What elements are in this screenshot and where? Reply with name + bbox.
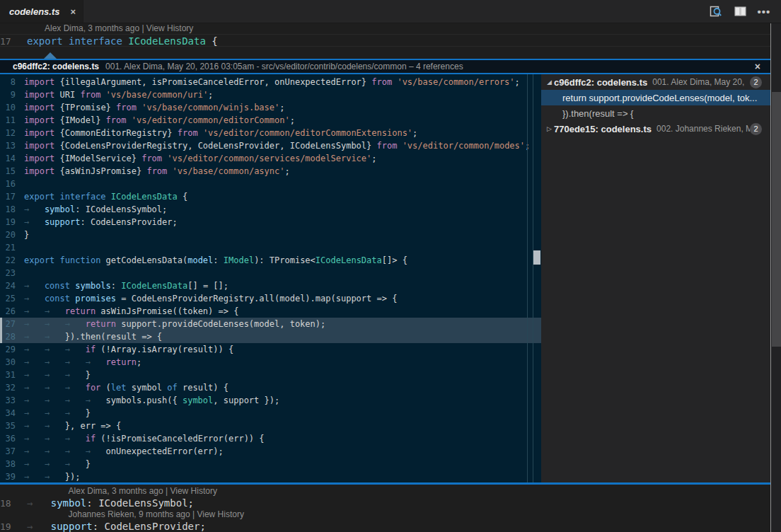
tab-whitespace-arrow: → xyxy=(24,394,45,407)
code-line[interactable]: 32→→→for (let symbol of result) { xyxy=(0,381,541,394)
editor-vertical-scrollbar[interactable] xyxy=(770,23,781,532)
code-line[interactable]: 33→→→→symbols.push({ symbol, support }); xyxy=(0,394,541,407)
tab-title: codelens.ts xyxy=(9,6,66,17)
code-line[interactable]: 25→const promises = CodeLensProviderRegi… xyxy=(0,292,541,305)
codelens-annotation[interactable]: Alex Dima, 3 months ago | View History xyxy=(0,486,770,497)
code-line[interactable]: 12import {CommonEditorRegistry} from 'vs… xyxy=(0,127,541,139)
line-number: 23 xyxy=(0,267,24,279)
line-number: 22 xyxy=(0,254,24,267)
code-line[interactable]: 38→→→} xyxy=(0,458,541,470)
tree-reference-row[interactable]: return support.provideCodeLenses(model, … xyxy=(541,90,770,105)
line-number: 33 xyxy=(0,394,24,407)
line-number: 26 xyxy=(0,305,24,318)
code-text: export function getCodeLensData(model: I… xyxy=(24,255,407,265)
file-label: 770ede15: codelens.ts xyxy=(554,124,652,134)
code-line[interactable]: 8import {illegalArgument, isPromiseCance… xyxy=(0,76,541,88)
file-label: c96dffc2: codelens.ts xyxy=(554,77,647,88)
reference-count-badge: 2 xyxy=(750,123,762,135)
scrollbar-thumb[interactable] xyxy=(772,92,781,347)
code-line[interactable]: 23 xyxy=(0,267,541,279)
tab-whitespace-arrow: → xyxy=(65,445,86,458)
code-line[interactable]: 14import {IModelService} from 'vs/editor… xyxy=(0,152,541,165)
code-line[interactable]: 19→support: CodeLensProvider; xyxy=(0,520,770,532)
code-line[interactable]: 17export interface ICodeLensData { xyxy=(0,190,541,203)
tab-whitespace-arrow: → xyxy=(45,369,65,381)
code-line[interactable]: 36→→→if (!isPromiseCanceledError(err)) { xyxy=(0,432,541,445)
code-line[interactable]: 29→→→if (!Array.isArray(result)) { xyxy=(0,343,541,356)
line-number: 25 xyxy=(0,292,24,305)
line-number: 17 xyxy=(0,190,24,203)
tab-whitespace-arrow: → xyxy=(24,318,45,330)
code-text: export interface ICodeLensData { xyxy=(24,192,187,202)
code-line[interactable]: 22export function getCodeLensData(model:… xyxy=(0,254,541,267)
reference-preview-text: }).then(result => { xyxy=(562,108,762,119)
tab-whitespace-arrow: → xyxy=(24,330,45,343)
code-text: import URI from 'vs/base/common/uri'; xyxy=(24,90,213,100)
tab-whitespace-arrow: → xyxy=(45,343,65,356)
peek-close-icon[interactable]: × xyxy=(755,61,760,72)
code-line[interactable]: 26→→return asWinJsPromise((token) => { xyxy=(0,305,541,318)
code-line[interactable]: 30→→→→return; xyxy=(0,356,541,369)
split-editor-icon[interactable] xyxy=(733,4,747,18)
code-line[interactable]: 17export interface ICodeLensData { xyxy=(0,34,770,47)
reference-preview-text: return support.provideCodeLenses(model, … xyxy=(562,93,762,103)
peek-references-widget: c96dffc2: codelens.ts 001. Alex Dima, Ma… xyxy=(0,59,770,485)
code-line[interactable]: 28→→}).then(result => { xyxy=(0,330,541,343)
code-line[interactable]: 21 xyxy=(0,241,541,254)
tab-whitespace-arrow: → xyxy=(27,497,51,509)
tab-whitespace-arrow: → xyxy=(45,432,65,445)
code-line[interactable]: 18→symbol: ICodeLensSymbol; xyxy=(0,203,541,216)
tab-codelens-ts[interactable]: codelens.ts × xyxy=(0,0,83,23)
tree-reference-row[interactable]: }).then(result => { xyxy=(541,105,770,121)
code-line[interactable]: 10import {TPromise} from 'vs/base/common… xyxy=(0,101,541,114)
line-number: 18 xyxy=(0,497,27,510)
peek-anchor-arrow xyxy=(44,52,57,59)
tab-whitespace-arrow: → xyxy=(24,203,45,216)
tab-whitespace-arrow: → xyxy=(45,305,65,318)
twisty-expanded-icon[interactable]: ◢ xyxy=(545,79,554,86)
peek-editor-scrollbar-thumb[interactable] xyxy=(533,250,540,265)
code-line[interactable]: 20} xyxy=(0,229,541,241)
code-line[interactable]: 9import URI from 'vs/base/common/uri'; xyxy=(0,88,541,101)
tab-whitespace-arrow: → xyxy=(45,381,65,394)
tree-file-row[interactable]: ▷770ede15: codelens.ts002. Johannes Riek… xyxy=(541,121,770,137)
code-line[interactable]: 13import {CodeLensProviderRegistry, Code… xyxy=(0,139,541,152)
code-line[interactable]: 37→→→→onUnexpectedError(err); xyxy=(0,445,541,458)
code-line[interactable]: 39→→}); xyxy=(0,470,541,482)
code-text: export interface ICodeLensData { xyxy=(27,35,218,47)
code-line[interactable]: 27→→→return support.provideCodeLenses(mo… xyxy=(0,318,541,330)
code-text: } xyxy=(24,230,29,240)
peek-body: 8import {illegalArgument, isPromiseCance… xyxy=(0,74,770,482)
code-line[interactable]: 11import {IModel} from 'vs/editor/common… xyxy=(0,114,541,127)
tab-whitespace-arrow: → xyxy=(24,407,45,420)
code-line[interactable]: 16 xyxy=(0,178,541,190)
line-number: 39 xyxy=(0,470,24,482)
tab-whitespace-arrow: → xyxy=(24,279,45,292)
code-text: →symbol: ICodeLensSymbol; xyxy=(24,204,167,214)
codelens-annotation[interactable]: Johannes Rieken, 9 months ago | View His… xyxy=(0,509,770,520)
code-line[interactable]: 35→→}, err => { xyxy=(0,420,541,432)
code-line[interactable]: 19→support: CodeLensProvider; xyxy=(0,216,541,229)
tab-whitespace-arrow: → xyxy=(45,445,65,458)
line-number: 12 xyxy=(0,127,24,139)
tab-close-icon[interactable]: × xyxy=(70,6,76,17)
line-number: 37 xyxy=(0,445,24,458)
codelens-annotation[interactable]: Alex Dima, 3 months ago | View History xyxy=(0,23,770,34)
tab-whitespace-arrow: → xyxy=(65,432,86,445)
code-line[interactable]: 31→→→} xyxy=(0,369,541,381)
line-number: 31 xyxy=(0,369,24,381)
line-number: 28 xyxy=(0,330,24,343)
tab-whitespace-arrow: → xyxy=(24,420,45,432)
more-actions-icon[interactable]: ••• xyxy=(757,4,771,18)
code-line[interactable]: 15import {asWinJsPromise} from 'vs/base/… xyxy=(0,165,541,178)
tab-whitespace-arrow: → xyxy=(45,407,65,420)
code-line[interactable]: 24→const symbols: ICodeLensData[] = []; xyxy=(0,279,541,292)
code-line[interactable]: 34→→→} xyxy=(0,407,541,420)
code-text: →→→} xyxy=(24,408,91,418)
open-preview-icon[interactable] xyxy=(709,4,723,18)
tab-whitespace-arrow: → xyxy=(45,330,65,343)
line-number: 9 xyxy=(0,88,24,101)
twisty-collapsed-icon[interactable]: ▷ xyxy=(545,125,554,132)
code-line[interactable]: 18→symbol: ICodeLensSymbol; xyxy=(0,497,770,509)
tree-file-row[interactable]: ◢c96dffc2: codelens.ts001. Alex Dima, Ma… xyxy=(541,74,770,90)
